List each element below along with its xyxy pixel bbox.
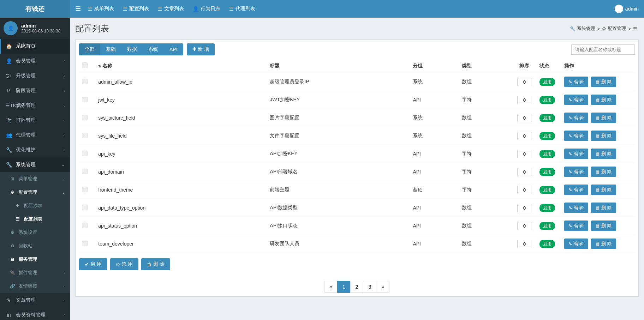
- row-checkbox[interactable]: [82, 151, 88, 156]
- top-nav-article-list[interactable]: ☰文章列表: [158, 6, 184, 12]
- disable-button[interactable]: ⊘禁 用: [110, 258, 138, 270]
- sidebar-item-stage[interactable]: P阶段管理‹: [0, 83, 70, 98]
- row-checkbox[interactable]: [82, 187, 88, 192]
- hamburger-icon[interactable]: ☰: [75, 5, 81, 13]
- delete-button[interactable]: 🗑删 除: [141, 258, 170, 270]
- edit-button[interactable]: ✎编 辑: [564, 203, 589, 213]
- submenu-config-mgmt[interactable]: ⚙配置管理⌄: [0, 186, 70, 199]
- delete-button[interactable]: 🗑删 除: [591, 203, 616, 213]
- status-badge[interactable]: 启用: [539, 150, 555, 158]
- sort-input[interactable]: [517, 96, 531, 104]
- status-badge[interactable]: 启用: [539, 114, 555, 122]
- edit-button[interactable]: ✎编 辑: [564, 77, 589, 87]
- sidebar-item-member[interactable]: 👤会员管理‹: [0, 54, 70, 68]
- row-checkbox[interactable]: [82, 223, 88, 228]
- sort-input[interactable]: [517, 114, 531, 122]
- delete-button[interactable]: 🗑删 除: [591, 77, 616, 87]
- subsubmenu-config-list[interactable]: ☰配置列表: [0, 212, 70, 226]
- page-3[interactable]: 3: [363, 281, 376, 293]
- status-badge[interactable]: 启用: [539, 222, 555, 230]
- enable-button[interactable]: ✔启 用: [79, 258, 107, 270]
- status-badge[interactable]: 启用: [539, 132, 555, 140]
- edit-button[interactable]: ✎编 辑: [564, 239, 589, 249]
- edit-button[interactable]: ✎编 辑: [564, 221, 589, 231]
- sidebar-item-system[interactable]: 🔧系统管理⌄: [0, 157, 70, 172]
- submenu-system-settings[interactable]: ⚙系统设置: [0, 226, 70, 239]
- delete-button[interactable]: 🗑删 除: [591, 185, 616, 195]
- row-checkbox[interactable]: [82, 169, 88, 174]
- status-badge[interactable]: 启用: [539, 168, 555, 176]
- sort-input[interactable]: [517, 204, 531, 212]
- top-right-user[interactable]: admin: [615, 5, 644, 13]
- table-row: admin_allow_ip 超级管理员登录IP 系统 数组 启用 ✎编 辑 🗑…: [79, 73, 635, 91]
- delete-button[interactable]: 🗑删 除: [591, 239, 616, 249]
- tab-api[interactable]: API: [164, 43, 183, 55]
- delete-button[interactable]: 🗑删 除: [591, 131, 616, 141]
- page-1[interactable]: 1: [337, 281, 351, 293]
- submenu-service-mgmt[interactable]: ⊟服务管理: [0, 253, 70, 266]
- edit-button[interactable]: ✎编 辑: [564, 95, 589, 105]
- subsubmenu-config-add[interactable]: ✚配置添加: [0, 199, 70, 212]
- th-name[interactable]: ⇅名称: [95, 59, 267, 73]
- sidebar-item-home[interactable]: 🏠系统首页: [0, 39, 70, 54]
- sort-input[interactable]: [517, 132, 531, 140]
- page-next[interactable]: »: [376, 281, 389, 293]
- edit-button[interactable]: ✎编 辑: [564, 131, 589, 141]
- edit-button[interactable]: ✎编 辑: [564, 113, 589, 123]
- delete-button[interactable]: 🗑删 除: [591, 95, 616, 105]
- top-nav-agent-list[interactable]: ☰代理列表: [229, 6, 255, 12]
- top-nav-menu-list[interactable]: ☰菜单列表: [88, 6, 114, 12]
- status-badge[interactable]: 启用: [539, 186, 555, 194]
- row-checkbox[interactable]: [82, 133, 88, 138]
- logo[interactable]: 有钱还: [0, 0, 70, 18]
- breadcrumb-item[interactable]: 配置管理: [608, 25, 626, 32]
- status-badge[interactable]: 启用: [539, 96, 555, 104]
- edit-button[interactable]: ✎编 辑: [564, 149, 589, 159]
- add-button[interactable]: ✚ 新 增: [187, 43, 215, 55]
- row-checkbox[interactable]: [82, 97, 88, 102]
- sidebar-item-optimize[interactable]: 🔧优化维护‹: [0, 143, 70, 157]
- tab-all[interactable]: 全部: [79, 43, 100, 55]
- tab-basic[interactable]: 基础: [100, 43, 121, 55]
- tab-system[interactable]: 系统: [143, 43, 164, 55]
- delete-button[interactable]: 🗑删 除: [591, 149, 616, 159]
- row-checkbox[interactable]: [82, 79, 88, 84]
- page-2[interactable]: 2: [350, 281, 364, 293]
- search-input[interactable]: [571, 44, 635, 55]
- delete-button[interactable]: 🗑删 除: [591, 113, 616, 123]
- sort-input[interactable]: [517, 222, 531, 230]
- trash-icon: 🗑: [595, 97, 600, 103]
- sort-input[interactable]: [517, 240, 531, 248]
- sidebar-item-upgrade[interactable]: G+升级管理‹: [0, 68, 70, 83]
- toolbar: 全部 基础 数据 系统 API ✚ 新 增: [79, 43, 635, 55]
- top-nav-behavior-log[interactable]: 👤行为日志: [193, 6, 220, 12]
- sidebar-item-debt[interactable]: ☰TION债务管理‹: [0, 98, 70, 113]
- trash-icon: 🗑: [595, 115, 600, 121]
- top-nav-config-list[interactable]: ☰配置列表: [123, 6, 149, 12]
- row-checkbox[interactable]: [82, 115, 88, 120]
- sort-input[interactable]: [517, 168, 531, 176]
- delete-button[interactable]: 🗑删 除: [591, 167, 616, 177]
- sidebar-item-agent[interactable]: 👥代理管理‹: [0, 128, 70, 143]
- submenu-menu-mgmt[interactable]: ⊞菜单管理‹: [0, 172, 70, 186]
- sort-input[interactable]: [517, 150, 531, 158]
- edit-button[interactable]: ✎编 辑: [564, 185, 589, 195]
- status-badge[interactable]: 启用: [539, 78, 555, 86]
- tab-data[interactable]: 数据: [121, 43, 143, 55]
- submenu-recycle[interactable]: ♻回收站: [0, 239, 70, 253]
- row-checkbox[interactable]: [82, 205, 88, 210]
- breadcrumb-item[interactable]: 系统管理: [577, 25, 595, 32]
- row-checkbox[interactable]: [82, 241, 88, 246]
- edit-button[interactable]: ✎编 辑: [564, 167, 589, 177]
- sidebar-item-article[interactable]: ✎文章管理‹: [0, 293, 70, 302]
- page-prev[interactable]: «: [324, 281, 338, 293]
- status-badge[interactable]: 启用: [539, 240, 555, 248]
- sidebar-item-payment[interactable]: 🔭打款管理‹: [0, 113, 70, 128]
- submenu-plugin-mgmt[interactable]: 🔌插件管理‹: [0, 266, 70, 279]
- status-badge[interactable]: 启用: [539, 204, 555, 212]
- select-all-checkbox[interactable]: [82, 62, 88, 68]
- sort-input[interactable]: [517, 186, 531, 194]
- submenu-links[interactable]: 🔗友情链接‹: [0, 279, 70, 293]
- sort-input[interactable]: [517, 78, 531, 86]
- delete-button[interactable]: 🗑删 除: [591, 221, 616, 231]
